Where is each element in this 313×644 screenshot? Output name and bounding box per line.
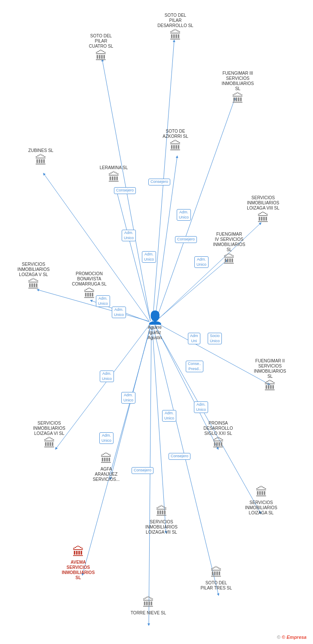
- label-zubines: ZUBINES SL: [28, 148, 53, 153]
- node-agfa-aranjuez[interactable]: 🏛 AGFA ARANJUEZ SERVICIOS...: [85, 453, 128, 482]
- label-servicios-loizaga-v: SERVICIOS INMOBILIARIOS LOIZAGA V SL: [17, 262, 49, 277]
- label-soto-pilar-cuatro: SOTO DEL PILAR CUATRO SL: [89, 33, 114, 49]
- node-fuengimar-ii[interactable]: FUENGIMAR II SERVICIOS INMOBILIARIOS SL …: [246, 358, 294, 393]
- label-servicios-loizaga: SERVICIOS INMOBILIARIOS LOIZAGA SL: [245, 500, 277, 516]
- building-icon-soto-pilar-tres: 🏛: [210, 567, 222, 579]
- building-icon-servicios-loizaga: 🏛: [255, 486, 267, 498]
- badge-consejero-3: Consejero: [175, 236, 197, 243]
- label-proinsa: PROINSA DESARROLLO SIGLO XXI SL: [203, 421, 233, 436]
- label-promocion-bonavista: PROMOCION BONAVISTA COMARRUGA SL: [72, 271, 107, 287]
- badge-adm-unico-3: Adm.Unico: [142, 251, 156, 263]
- label-servicios-loizaga-vii: SERVICIOS INMOBILIARIOS LOIZAGA VII SL: [145, 519, 178, 535]
- person-icon: 👤: [147, 311, 163, 324]
- badge-adm-unico-11: Adm.Unico: [99, 432, 114, 444]
- badge-consejero-5: Consejero: [132, 467, 153, 474]
- badge-consejero-2: Consejero: [114, 187, 136, 194]
- badge-adm-unico-1: Adm.Unico: [177, 209, 191, 221]
- company-name: © Empresa: [282, 635, 307, 640]
- label-leramina: LERAMINA SL: [100, 165, 128, 170]
- badge-adm-unico-12: Adm.Unico: [194, 401, 208, 413]
- building-icon-soto-pilar-cuatro: 🏛: [95, 50, 107, 62]
- building-icon-servicios-loizaga-vi: 🏛: [43, 437, 55, 450]
- node-leramina[interactable]: LERAMINA SL 🏛: [95, 165, 132, 185]
- center-person-node[interactable]: 👤 Aguirre Iguiñiz Agustin: [138, 311, 172, 340]
- building-icon-soto-azkorri: 🏛: [169, 140, 181, 152]
- building-icon-fuengimar-iii: 🏛: [232, 93, 244, 105]
- label-soto-pilar-tres: SOTO DEL PILAR TRES SL: [200, 580, 232, 591]
- node-soto-pilar-desarrollo[interactable]: SOTO DEL PILAR DESARROLLO SL 🏛: [154, 13, 197, 43]
- label-servicios-loizaga-vi: SERVICIOS INMOBILIARIOS LOIZAGA VI SL: [33, 421, 65, 436]
- label-agfa-aranjuez: AGFA ARANJUEZ SERVICIOS...: [93, 467, 120, 482]
- node-torre-nieve[interactable]: 🏛 TORRE NIEVE SL: [127, 597, 170, 616]
- badge-adm-unico-2: Adm.Unico: [122, 230, 136, 241]
- badge-conse-presd: Conse..Presd..: [186, 361, 203, 372]
- building-icon-torre-nieve: 🏛: [142, 597, 154, 609]
- node-zubines[interactable]: ZUBINES SL 🏛: [24, 148, 58, 167]
- svg-line-16: [83, 327, 150, 574]
- building-icon-soto-pilar-desarrollo: 🏛: [169, 30, 181, 42]
- label-avema: AVEMA SERVICIOS INMOBILIARIOS SL: [59, 560, 98, 580]
- node-servicios-loizaga-vi[interactable]: SERVICIOS INMOBILIARIOS LOIZAGA VI SL 🏛: [27, 421, 72, 450]
- label-fuengimar-iii: FUENGIMAR III SERVICIOS INMOBILIARIOS SL: [218, 71, 257, 91]
- node-fuengimar-iii[interactable]: FUENGIMAR III SERVICIOS INMOBILIARIOS SL…: [214, 71, 261, 106]
- building-icon-proinsa: 🏛: [212, 437, 224, 450]
- svg-line-17: [149, 327, 151, 625]
- badge-consejero-4: Consejero: [169, 453, 190, 460]
- label-soto-azkorri: SOTO DE AZKORRI SL: [163, 129, 188, 139]
- svg-line-14: [152, 326, 166, 532]
- building-icon-fuengimar-ii: 🏛: [264, 380, 276, 392]
- label-torre-nieve: TORRE NIEVE SL: [131, 611, 166, 616]
- node-soto-azkorri[interactable]: SOTO DE AZKORRI SL 🏛: [156, 129, 195, 153]
- label-soto-pilar-desarrollo: SOTO DEL PILAR DESARROLLO SL: [157, 13, 193, 28]
- badge-adm-unico-9: Adm.Unico: [121, 392, 135, 404]
- node-avema[interactable]: 🏛 AVEMA SERVICIOS INMOBILIARIOS SL: [55, 546, 102, 580]
- label-servicios-loizaga-viii: SERVICIOS INMOBILIARIOS LOIZAGA VIII SL: [247, 195, 279, 211]
- badge-adm-uni-7: AdmUni: [188, 333, 200, 344]
- building-icon-leramina: 🏛: [108, 172, 120, 184]
- copyright: © © Empresa: [277, 635, 307, 640]
- badge-adm-unico-4: Adm.Unico: [194, 256, 209, 268]
- node-fuengimar-iv[interactable]: FUENGIMAR IV SERVICIOS INMOBILIARIOS SL …: [206, 232, 253, 267]
- building-icon-servicios-loizaga-vii: 🏛: [156, 506, 168, 518]
- building-icon-fuengimar-iv: 🏛: [223, 254, 235, 266]
- building-icon-avema: 🏛: [72, 546, 84, 558]
- badge-adm-unico-5: Adm.Unico: [96, 295, 110, 307]
- badge-socio-unico: SocioÚnico: [208, 333, 222, 344]
- building-icon-promocion-bonavista: 🏛: [83, 288, 95, 300]
- node-servicios-loizaga-v[interactable]: SERVICIOS INMOBILIARIOS LOIZAGA V SL 🏛: [12, 262, 55, 292]
- badge-adm-unico-6: Adm.Unico: [112, 307, 126, 318]
- node-soto-pilar-cuatro[interactable]: SOTO DEL PILAR CUATRO SL 🏛: [82, 33, 120, 63]
- building-icon-servicios-loizaga-viii: 🏛: [257, 212, 269, 224]
- building-icon-servicios-loizaga-v: 🏛: [28, 279, 40, 291]
- label-fuengimar-ii: FUENGIMAR II SERVICIOS INMOBILIARIOS SL: [251, 358, 289, 379]
- building-icon-agfa-aranjuez: 🏛: [100, 453, 112, 465]
- node-servicios-loizaga[interactable]: 🏛 SERVICIOS INMOBILIARIOS LOIZAGA SL: [239, 486, 284, 516]
- badge-adm-unico-8: Adm.Unico: [100, 371, 114, 382]
- graph-container: 👤 Aguirre Iguiñiz Agustin SOTO DEL PILAR…: [0, 0, 313, 644]
- label-fuengimar-iv: FUENGIMAR IV SERVICIOS INMOBILIARIOS SL: [210, 232, 249, 252]
- node-proinsa[interactable]: PROINSA DESARROLLO SIGLO XXI SL 🏛: [196, 421, 241, 450]
- badge-adm-unico-10: Adm.Unico: [162, 410, 176, 422]
- center-label: Aguirre Iguiñiz Agustin: [147, 325, 162, 340]
- node-soto-pilar-tres[interactable]: 🏛 SOTO DEL PILAR TRES SL: [195, 567, 238, 591]
- node-servicios-loizaga-vii[interactable]: 🏛 SERVICIOS INMOBILIARIOS LOIZAGA VII SL: [139, 506, 184, 535]
- badge-consejero-1: Consejero: [148, 179, 170, 185]
- node-servicios-loizaga-viii[interactable]: SERVICIOS INMOBILIARIOS LOIZAGA VIII SL …: [239, 195, 287, 225]
- building-icon-zubines: 🏛: [35, 155, 47, 167]
